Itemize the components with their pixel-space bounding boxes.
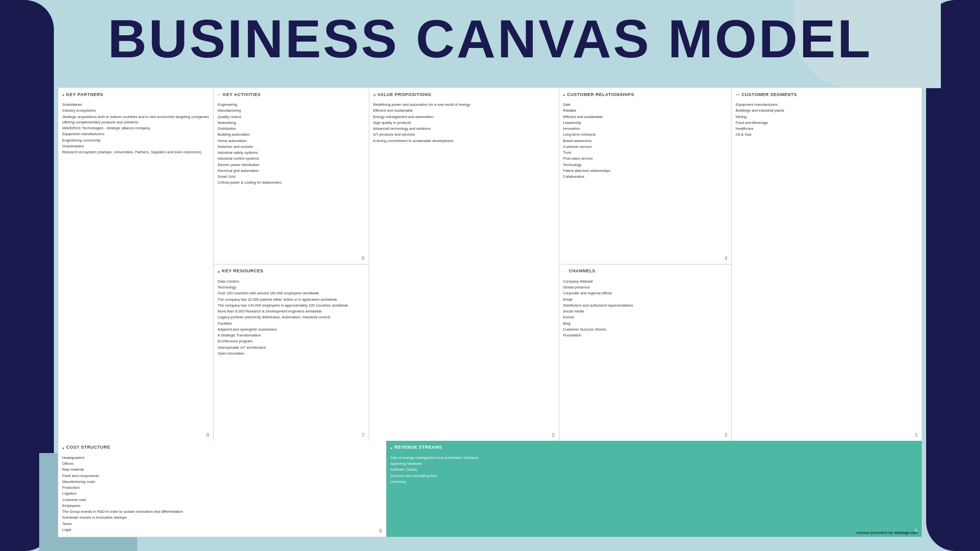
list-item: Brand awareness: [563, 138, 728, 144]
list-item: Engineering community: [62, 138, 209, 143]
list-item: Home automation: [217, 138, 364, 144]
channels-title: CHANNELS: [569, 268, 596, 273]
list-item: Mining: [736, 114, 918, 120]
list-item: Industrial safety systems: [217, 150, 364, 155]
watermark-brand: vizologi.com: [894, 530, 918, 535]
customer-rel-number: 4: [724, 255, 727, 261]
list-item: Sale of energy management and automation…: [390, 455, 918, 460]
revenue-streams-section: REVENUE STREAMS Sale of energy managemen…: [386, 441, 922, 537]
list-item: Redefining power and automation for a ne…: [373, 102, 555, 107]
list-item: Electrical grid automation: [217, 168, 364, 173]
list-item: Smart Grid: [217, 174, 364, 179]
list-item: Manufacturing: [217, 108, 364, 113]
list-item: Electric power distribution: [217, 162, 364, 168]
list-item: Safe: [563, 102, 728, 107]
list-item: Foundation: [563, 333, 728, 338]
list-item: Data Centers: [217, 279, 364, 284]
revenue-streams-content: Sale of energy management and automation…: [390, 455, 918, 484]
channels-icon: [563, 268, 567, 274]
cost-structure-header: COST STRUCTURE: [62, 445, 382, 452]
customer-seg-number: 1: [915, 432, 918, 438]
list-item: Food and Beverage: [736, 120, 918, 125]
key-resources-icon: [217, 268, 220, 274]
list-item: Services and consulting fees: [390, 473, 918, 479]
list-item: Quality control: [217, 114, 364, 120]
list-item: Corporate and regional offices: [563, 290, 728, 296]
customer-seg-title: CUSTOMER SEGMENTS: [741, 92, 797, 97]
list-item: Distribution: [217, 126, 364, 131]
key-resources-header: KEY RESOURCES: [217, 268, 364, 276]
list-item: Customer care: [62, 497, 382, 503]
list-item: Offices: [62, 461, 382, 466]
customer-seg-content: Equipment manufacturersBuildings and ind…: [736, 102, 918, 138]
list-item: Research ecosystem (startups, Universiti…: [62, 149, 209, 155]
list-item: Building automation: [217, 132, 364, 137]
value-props-icon: [373, 92, 376, 97]
list-item: Company Website: [563, 279, 728, 284]
list-item: Efficient and sustainable: [563, 114, 728, 120]
customer-seg-header: CUSTOMER SEGMENTS: [736, 92, 918, 99]
list-item: Technology: [217, 285, 364, 290]
key-activities-section: KEY ACTIVITIES EngineeringManufacturingQ…: [214, 88, 368, 264]
cost-structure-content: HeadquartersOfficesRaw materialParts and…: [62, 455, 382, 532]
list-item: More than 8.000 Research & Development e…: [217, 309, 364, 314]
list-item: Open innovation: [217, 351, 364, 356]
key-partners-icon: [62, 92, 64, 97]
revenue-streams-header: REVENUE STREAMS: [390, 445, 918, 452]
list-item: A Strategic Transformation: [217, 333, 364, 338]
key-activities-content: EngineeringManufacturingQuality controlN…: [217, 102, 364, 186]
list-item: The company has 144.000 employees in app…: [217, 303, 364, 308]
list-item: Taxes: [62, 521, 382, 527]
key-partners-header: KEY PARTNERS: [62, 92, 209, 99]
list-item: Licensing: [390, 479, 918, 484]
list-item: Leadership: [563, 120, 728, 125]
channels-content: Company WebsiteGlobal presenceCorporate …: [563, 279, 728, 338]
key-resources-content: Data CentersTechnologyOver 100 countries…: [217, 279, 364, 356]
customer-rel-title: CUSTOMER RELATIONSHIPS: [567, 92, 634, 97]
list-item: Engineering: [217, 102, 364, 107]
customer-seg-icon: [736, 92, 740, 97]
key-partners-section: KEY PARTNERS SubsidiariesIndustry ecosys…: [58, 88, 214, 441]
list-item: Long-term contracts: [563, 132, 728, 137]
list-item: Manufacturing costs: [62, 479, 382, 484]
list-item: Logistics: [62, 491, 382, 496]
key-resources-title: KEY RESOURCES: [222, 268, 263, 273]
value-props-title: VALUE PROPOSITIONS: [378, 92, 431, 97]
list-item: The company has 20.000 patents either ac…: [217, 297, 364, 302]
list-item: MAVERICK Technologies - strategic allian…: [62, 125, 209, 131]
canvas-bottom-row: COST STRUCTURE HeadquartersOfficesRaw ma…: [58, 441, 922, 537]
key-activities-number: 6: [362, 255, 365, 261]
activities-resources-col: KEY ACTIVITIES EngineeringManufacturingQ…: [214, 88, 369, 441]
list-item: Events: [563, 314, 728, 320]
list-item: Facilities: [217, 321, 364, 326]
key-activities-header: KEY ACTIVITIES: [217, 92, 364, 99]
list-item: Efficient and sustainable: [373, 108, 555, 113]
list-item: Social media: [563, 309, 728, 314]
list-item: Software (SaaS): [390, 467, 918, 472]
watermark-prefix: canvas provided by: [857, 530, 894, 535]
list-item: Collaborative: [563, 174, 728, 179]
cost-structure-number: 9: [379, 528, 382, 534]
key-resources-section: KEY RESOURCES Data CentersTechnologyOver…: [214, 264, 368, 441]
customer-relationships-section: CUSTOMER RELATIONSHIPS SafeReliableEffic…: [559, 88, 732, 264]
canvas-top-row: KEY PARTNERS SubsidiariesIndustry ecosys…: [58, 88, 922, 441]
channels-section: CHANNELS Company WebsiteGlobal presenceC…: [559, 264, 732, 441]
cost-structure-icon: [62, 445, 64, 450]
list-item: Headquarters: [62, 455, 382, 460]
list-item: Critical power & cooling for datacenters: [217, 180, 364, 185]
list-item: Buildings and industrial plants: [736, 108, 918, 113]
revenue-streams-icon: [390, 445, 392, 450]
customer-rel-header: CUSTOMER RELATIONSHIPS: [563, 92, 728, 99]
list-item: Strategic acquisitions both in mature co…: [62, 114, 209, 125]
list-item: IoT products and services: [373, 132, 555, 137]
channels-header: CHANNELS: [563, 268, 728, 276]
list-item: Over 100 countries with around 160.000 e…: [217, 290, 364, 296]
list-item: High quality in products: [373, 120, 555, 125]
cost-structure-title: COST STRUCTURE: [66, 445, 110, 450]
list-item: Parts and components: [62, 473, 382, 479]
value-propositions-section: VALUE PROPOSITIONS Redefining power and …: [369, 88, 559, 441]
key-partners-title: KEY PARTNERS: [66, 92, 103, 97]
list-item: Energy management and automation: [373, 114, 555, 120]
list-item: Trust: [563, 150, 728, 155]
list-item: Global presence: [563, 285, 728, 290]
